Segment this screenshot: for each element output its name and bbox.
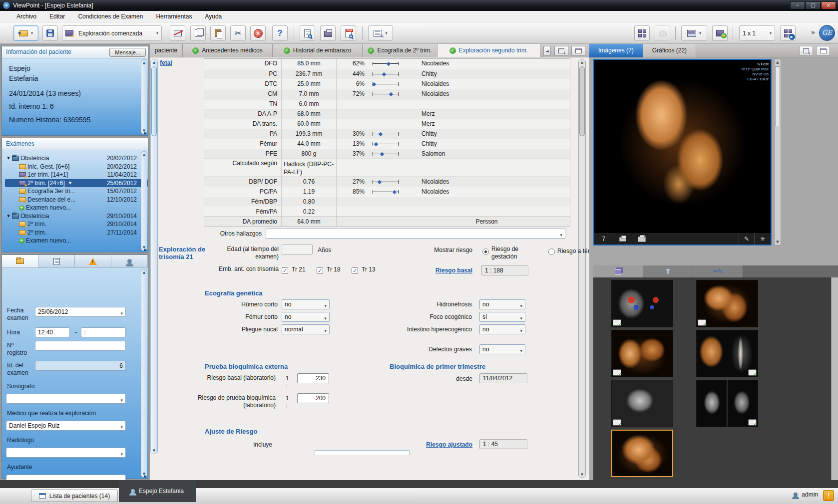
print-button[interactable]	[320, 25, 336, 41]
genetic-combo-foco-ecog-nico[interactable]: sí	[479, 312, 525, 322]
checkbox-tr-21[interactable]: ✓ Tr 21	[282, 266, 317, 274]
sonografo-combo[interactable]	[6, 394, 126, 404]
fecha-combo[interactable]: 25/06/2012	[35, 307, 126, 317]
genetic-combo-f-mur-corto[interactable]: no	[282, 312, 330, 322]
tab-thumbnails[interactable]	[593, 265, 643, 277]
exam-tree-row-2-trim[interactable]: 2º trim.27/11/2014	[5, 229, 148, 237]
expand-icon[interactable]: ▼	[5, 156, 12, 160]
layout-picker-button[interactable]: ▾	[681, 25, 707, 41]
menu-herramientas[interactable]: Herramientas	[149, 11, 198, 22]
cut-button[interactable]: ✂	[230, 25, 246, 41]
message-button[interactable]: Mensaje...	[109, 48, 146, 57]
menu-archivo[interactable]: Archivo	[10, 11, 43, 22]
detach-window-button[interactable]	[571, 46, 585, 56]
riesgo-prueba-input[interactable]: 200	[297, 393, 329, 403]
patient-tab[interactable]: Espejo Estefania	[119, 480, 196, 502]
panel-collapse-icon[interactable]: ▲	[144, 474, 146, 478]
exam-status-combo[interactable]: Exploración comenzada ▾	[62, 25, 162, 41]
biometry-fetal-link[interactable]: fetal	[160, 59, 172, 66]
slideshow-button[interactable]: ▶	[780, 25, 796, 41]
exam-tree-row-examen-nuevo[interactable]: +Examen nuevo...	[5, 204, 148, 212]
genetic-combo-pliegue-nucal[interactable]: normal	[282, 324, 330, 334]
tab-antecedentes-m-dicos[interactable]: ✓Antecedentes médicos	[183, 44, 273, 57]
thumbnail-6[interactable]	[696, 380, 758, 427]
otros-hallazgos-combo[interactable]	[266, 229, 565, 239]
exam-tree-row-desenlace-del-e[interactable]: Desenlace del e...12/10/2012	[5, 196, 148, 204]
thumbnail-3[interactable]	[611, 330, 673, 377]
pdf-preview-button[interactable]: PDF	[341, 25, 356, 41]
paste-button[interactable]	[210, 25, 226, 41]
form-panel-scrollbar[interactable]: ▲▼	[141, 269, 147, 478]
tab-scroll-left-button[interactable]: ◄	[543, 46, 551, 56]
open-exam-button[interactable]: ▾	[13, 25, 38, 41]
quad-view-button[interactable]	[634, 25, 650, 41]
thumbnail-scrollbar[interactable]	[831, 277, 838, 480]
delete-button[interactable]: ✕	[250, 25, 266, 41]
exams-panel-scrollbar[interactable]: ▲▼	[141, 151, 147, 251]
worksheet-right-scrollbar[interactable]: ▲ ▼	[578, 59, 586, 478]
print-preview-button[interactable]	[300, 25, 315, 41]
panel-collapse-icon[interactable]: ▲	[144, 131, 146, 135]
exam-tree-row-1er-trim-14-1[interactable]: 1er trim. [14+1]11/04/2012	[5, 171, 148, 179]
hora-end-input[interactable]: :	[81, 327, 126, 337]
riesgo-ajustado-link[interactable]: Riesgo ajustado	[422, 441, 472, 448]
riesgo-gestacion-radio[interactable]	[482, 249, 489, 255]
help-button[interactable]: ?	[272, 25, 288, 41]
patient-list-tab[interactable]: Lista de pacientes (14)	[31, 490, 118, 502]
minimize-button[interactable]: –	[790, 1, 805, 9]
checkbox-tr-13[interactable]: ✓ Tr 13	[352, 266, 387, 274]
exam-tree-row-obstetricia[interactable]: ▼Obstetricia20/02/2012	[5, 154, 148, 163]
tab-staff[interactable]	[111, 255, 148, 267]
hora-input[interactable]: 12:40	[35, 327, 70, 337]
exam-tree-row-obstetricia[interactable]: ▼Obstetricia29/10/2014	[5, 212, 148, 221]
add-image-button[interactable]: +	[712, 25, 728, 41]
viewer-scrollbar[interactable]: ▲ ▼	[774, 59, 781, 246]
thumbnail-5[interactable]	[611, 380, 673, 427]
genetic-combo-hidronefrosis[interactable]: no	[479, 299, 525, 309]
alert-badge[interactable]: !	[823, 490, 834, 501]
checkbox-checked-icon[interactable]: ✓	[282, 267, 288, 274]
tab-exploraci-n-segundo-trim[interactable]: ✓Exploración segundo trim.	[437, 44, 540, 57]
exam-tree-row-inic-gest-6-6[interactable]: Inic. Gest. [6+6]20/02/2012	[5, 163, 148, 171]
hide-display-button[interactable]	[170, 25, 185, 41]
thumbnail-4[interactable]	[696, 330, 758, 377]
checkbox-tr-18[interactable]: ✓ Tr 18	[317, 266, 352, 274]
expand-icon[interactable]: ▼	[5, 214, 12, 218]
save-layout-button[interactable]	[799, 46, 813, 56]
menu-ayuda[interactable]: Ayuda	[198, 11, 228, 22]
tab-paciente[interactable]: paciente	[150, 44, 183, 57]
exam-tree-row-examen-nuevo[interactable]: +Examen nuevo...	[5, 237, 148, 245]
exam-tree-row-ecograf-a-3er-tri[interactable]: Ecografía 3er tri...15/07/2012	[5, 187, 148, 196]
tab-warnings[interactable]	[75, 255, 111, 267]
image-viewer[interactable]: S FestThTP Qual maxNV16 D6C8-4 / 18Hz 7 …	[593, 59, 772, 246]
tab-ecograf-a-de-2-trim[interactable]: ✓Ecografía de 2º trim.	[363, 44, 437, 57]
volume-3d-button[interactable]	[655, 25, 670, 41]
print-large-button[interactable]	[632, 233, 651, 245]
tab-exam-data[interactable]	[2, 255, 38, 267]
thumbnail-2[interactable]	[696, 280, 758, 327]
patient-panel-scrollbar[interactable]: ▲▼	[141, 59, 147, 134]
riesgo-termino-radio[interactable]	[548, 249, 555, 255]
print-small-button[interactable]	[613, 233, 632, 245]
thumbnail-7[interactable]	[611, 430, 673, 477]
medico-combo[interactable]: Daniel Espejo Ruiz	[6, 421, 126, 431]
tab-historial-de-embarazo[interactable]: ✓Historial de embarazo	[273, 44, 363, 57]
riesgo-basal-lab-input[interactable]: 230	[297, 373, 329, 383]
exam-tree-row-2-trim[interactable]: 2º trim.29/10/2014	[5, 220, 148, 229]
menu-condiciones-de-examen[interactable]: Condiciones de Examen	[71, 11, 149, 22]
maximize-button[interactable]: □	[806, 1, 821, 9]
tab-text-annotations[interactable]: T	[643, 265, 693, 277]
report-editor-button[interactable]: ▾	[368, 25, 393, 41]
checkbox-checked-icon[interactable]: ✓	[352, 267, 358, 274]
registro-input[interactable]	[35, 341, 126, 351]
radiologo-combo[interactable]	[6, 448, 126, 458]
ultrasound-3d-image[interactable]	[594, 60, 771, 233]
save-layout-button[interactable]	[554, 46, 568, 56]
toolbar-overflow-button[interactable]: »	[811, 28, 815, 36]
image-settings-button[interactable]: ✳	[755, 233, 771, 245]
tab-graficos[interactable]: Gráficos (22)	[643, 44, 696, 57]
riesgo-basal-link[interactable]: Riesgo basal	[422, 267, 472, 274]
menu-editar[interactable]: Editar	[43, 11, 71, 22]
incluye-combo-clipped[interactable]	[315, 450, 410, 455]
copy-button[interactable]	[190, 25, 206, 41]
